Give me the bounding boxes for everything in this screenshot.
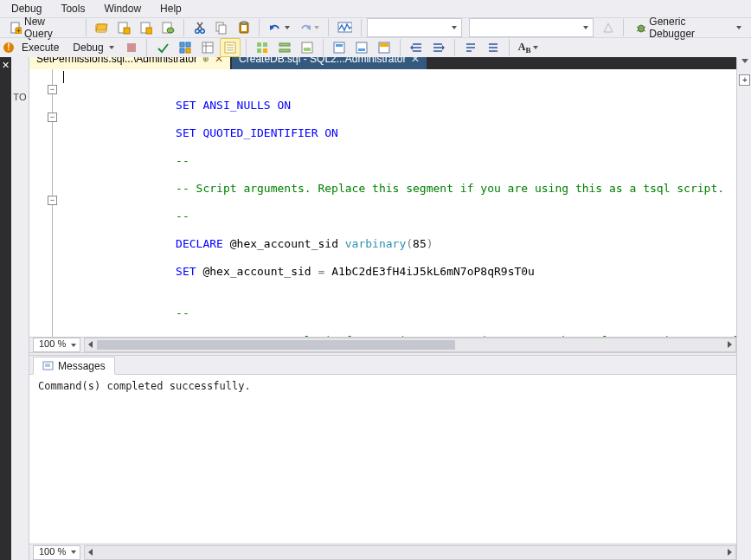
tool-icon-3-active[interactable] xyxy=(220,38,241,57)
messages-body[interactable]: Command(s) completed successfully. xyxy=(29,375,736,544)
sql-editor[interactable]: − − − SET ANSI_NULLS ON SET QUOTED_IDENT… xyxy=(29,69,736,352)
svg-line-28 xyxy=(637,30,639,31)
debug-button[interactable]: Debug xyxy=(67,38,119,57)
toolbar-main: New Query Generic Debugger xyxy=(0,17,751,37)
svg-marker-5 xyxy=(96,24,107,30)
combo-action-icon[interactable] xyxy=(599,18,618,37)
new-query-button[interactable]: New Query xyxy=(3,18,80,37)
generic-debugger-button[interactable]: Generic Debugger xyxy=(629,18,748,37)
editor-tabstrip: SetPermissions.sql...\Administrator ⊕ ✕ … xyxy=(29,57,736,69)
indent-icon[interactable] xyxy=(428,38,449,57)
db-engine-icon-2[interactable] xyxy=(136,18,157,37)
svg-marker-24 xyxy=(604,23,613,32)
svg-rect-32 xyxy=(186,42,190,47)
combo-empty-2[interactable] xyxy=(469,18,594,37)
comment-icon[interactable] xyxy=(460,38,481,57)
combo-empty-1[interactable] xyxy=(367,18,461,37)
parse-check-icon[interactable] xyxy=(152,38,173,57)
tab-label: SetPermissions.sql...\Administrator xyxy=(36,57,197,65)
editor-hscrollbar[interactable] xyxy=(84,338,736,352)
left-toolwindow-strip[interactable]: TO xyxy=(11,57,29,560)
left-dock: ✕ xyxy=(0,57,11,560)
menu-debug[interactable]: Debug xyxy=(3,0,49,17)
expand-pane-icon[interactable]: + xyxy=(739,74,750,86)
debug-label: Debug xyxy=(73,42,103,54)
tool-icon-4[interactable] xyxy=(252,38,273,57)
svg-rect-42 xyxy=(257,42,261,47)
redo-button[interactable] xyxy=(295,18,323,37)
tab-createdb[interactable]: CreateDB.sql - SQL2...Administrator ✕ xyxy=(232,57,427,69)
svg-rect-51 xyxy=(336,44,343,47)
specify-values-icon[interactable]: AB xyxy=(515,38,542,57)
svg-rect-55 xyxy=(380,43,388,47)
messages-zoom-combo[interactable]: 100 % xyxy=(33,545,80,560)
scroll-right-icon[interactable] xyxy=(728,341,732,348)
svg-rect-45 xyxy=(263,48,267,53)
svg-rect-34 xyxy=(186,48,190,53)
svg-point-25 xyxy=(638,25,644,32)
editor-zoom-combo[interactable]: 100 % xyxy=(33,338,80,352)
bug-icon xyxy=(635,22,647,34)
tab-close-icon[interactable]: ✕ xyxy=(411,57,420,65)
outdent-icon[interactable] xyxy=(406,38,427,57)
svg-rect-7 xyxy=(124,28,130,34)
open-de-icon[interactable] xyxy=(92,18,112,37)
menu-window[interactable]: Window xyxy=(96,0,149,17)
tool-icon-7[interactable] xyxy=(329,38,350,57)
tab-close-icon[interactable]: ✕ xyxy=(215,57,223,65)
messages-bottombar: 100 % xyxy=(29,544,736,560)
messages-tab[interactable]: Messages xyxy=(33,357,115,375)
svg-rect-43 xyxy=(263,42,267,47)
pin-icon[interactable]: ⊕ xyxy=(202,57,209,63)
svg-rect-30 xyxy=(127,43,136,52)
svg-point-12 xyxy=(195,29,199,34)
tool-icon-1[interactable] xyxy=(175,38,196,57)
svg-rect-20 xyxy=(241,25,247,31)
scroll-left-icon[interactable] xyxy=(88,341,93,348)
code-area[interactable]: SET ANSI_NULLS ON SET QUOTED_IDENTIFIER … xyxy=(56,69,736,337)
scroll-left-icon[interactable] xyxy=(88,549,93,556)
svg-marker-59 xyxy=(410,45,413,50)
menu-help[interactable]: Help xyxy=(152,0,189,17)
execute-label: Execute xyxy=(22,42,59,54)
active-files-dropdown-icon[interactable] xyxy=(741,59,748,63)
undo-button[interactable] xyxy=(265,18,292,37)
svg-rect-47 xyxy=(279,49,290,52)
svg-rect-35 xyxy=(202,42,213,53)
dock-close-icon[interactable]: ✕ xyxy=(2,59,10,71)
tab-setpermissions[interactable]: SetPermissions.sql...\Administrator ⊕ ✕ xyxy=(29,57,230,69)
svg-rect-19 xyxy=(241,22,247,24)
scroll-right-icon[interactable] xyxy=(728,549,732,556)
tool-icon-6[interactable] xyxy=(297,38,318,57)
db-engine-icon-3[interactable] xyxy=(157,18,178,37)
paste-icon[interactable] xyxy=(234,18,254,37)
menu-bar: Debug Tools Window Help xyxy=(0,0,751,17)
activity-monitor-icon[interactable] xyxy=(334,18,356,37)
svg-marker-63 xyxy=(442,45,445,50)
scroll-thumb[interactable] xyxy=(97,340,455,350)
messages-icon xyxy=(42,360,55,372)
messages-tab-label: Messages xyxy=(58,360,106,372)
cut-icon[interactable] xyxy=(189,18,210,37)
svg-line-29 xyxy=(644,30,645,31)
left-strip-label: TO xyxy=(13,92,26,102)
copy-icon[interactable] xyxy=(211,18,232,37)
svg-rect-9 xyxy=(146,28,152,34)
editor-bottombar: 100 % xyxy=(29,337,736,352)
execute-icon: ! xyxy=(3,42,14,53)
menu-tools[interactable]: Tools xyxy=(53,0,93,17)
tool-icon-5[interactable] xyxy=(274,38,295,57)
stop-icon[interactable] xyxy=(122,38,141,57)
svg-rect-31 xyxy=(180,42,184,47)
db-engine-icon-1[interactable] xyxy=(113,18,134,37)
messages-pane: Messages Command(s) completed successful… xyxy=(29,356,736,560)
uncomment-icon[interactable] xyxy=(483,38,504,57)
svg-rect-17 xyxy=(219,25,226,34)
tool-icon-8[interactable] xyxy=(351,38,372,57)
tool-icon-2[interactable] xyxy=(197,38,218,57)
tool-icon-9[interactable] xyxy=(374,38,395,57)
svg-rect-49 xyxy=(304,48,311,51)
editor-gutter: − − − xyxy=(29,69,56,337)
execute-button[interactable]: Execute xyxy=(16,38,65,57)
messages-hscrollbar[interactable] xyxy=(84,545,736,560)
